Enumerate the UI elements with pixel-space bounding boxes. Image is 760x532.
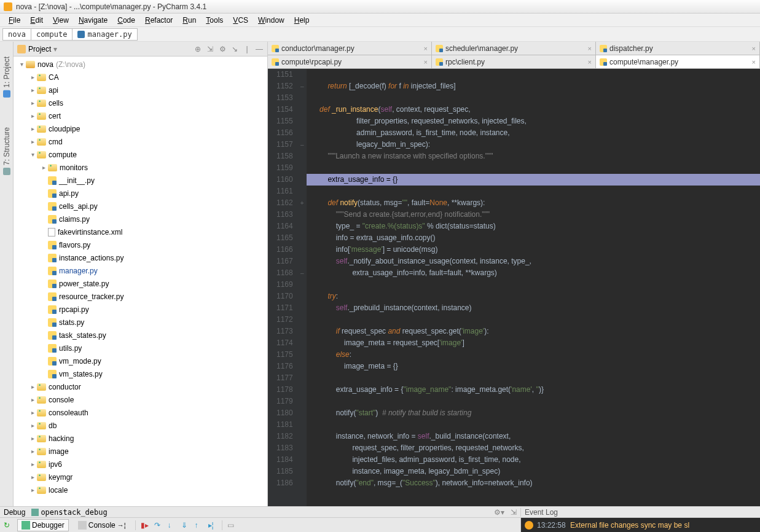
close-icon[interactable]: × bbox=[752, 45, 756, 52]
event-log-label[interactable]: Event Log bbox=[520, 508, 760, 517]
tree-item[interactable]: cells_api.py bbox=[14, 200, 267, 213]
tree-item[interactable]: ▸consoleauth bbox=[14, 406, 267, 419]
tree-item[interactable]: fakevirtinstance.xml bbox=[14, 225, 267, 238]
editor-tab[interactable]: dispatcher.py× bbox=[596, 42, 760, 55]
menu-run[interactable]: Run bbox=[179, 15, 200, 26]
tree-item-label: claims.py bbox=[59, 215, 90, 224]
run-to-cursor-icon[interactable]: ▸¦ bbox=[208, 521, 217, 530]
debug-tool-label[interactable]: Debug bbox=[4, 508, 25, 517]
console-tab[interactable]: Console →¦ bbox=[74, 519, 130, 531]
fold-column[interactable]: ––+– bbox=[298, 69, 307, 506]
menu-view[interactable]: View bbox=[49, 15, 72, 26]
tree-item[interactable]: ▸db bbox=[14, 419, 267, 432]
hide-icon[interactable]: ↘ bbox=[230, 45, 239, 53]
settings-gear-icon[interactable]: ⚙ bbox=[218, 45, 227, 53]
rerun-icon[interactable]: ↻ bbox=[4, 521, 12, 530]
editor-tab[interactable]: rpc\client.py× bbox=[432, 55, 596, 68]
tree-item-label: stats.py bbox=[59, 318, 84, 327]
tree-item[interactable]: ▸image bbox=[14, 445, 267, 458]
editor-tab[interactable]: compute\rpcapi.py× bbox=[268, 55, 432, 68]
python-file-icon bbox=[600, 58, 607, 66]
pin-icon[interactable]: ⇲ bbox=[511, 508, 517, 517]
collapse-all-icon[interactable]: ⇲ bbox=[206, 45, 214, 53]
settings-gear-icon[interactable]: ⚙▾ bbox=[494, 508, 504, 517]
breadcrumb-item[interactable]: compute bbox=[31, 28, 73, 41]
step-over-icon[interactable]: ↷ bbox=[154, 521, 163, 530]
tree-item[interactable]: ▸ipv6 bbox=[14, 458, 267, 471]
close-icon[interactable]: × bbox=[424, 58, 428, 66]
tool-window-bar[interactable]: Debug openstack_debug ⚙▾ ⇲ Event Log bbox=[0, 506, 760, 517]
menu-edit[interactable]: Edit bbox=[26, 15, 47, 26]
project-tool-tab[interactable]: 1: Project bbox=[1, 54, 12, 100]
breadcrumb-item[interactable]: manager.py bbox=[72, 28, 137, 41]
menu-file[interactable]: File bbox=[5, 15, 24, 26]
tree-item[interactable]: vm_states.py bbox=[14, 367, 267, 380]
menu-window[interactable]: Window bbox=[254, 15, 288, 26]
tree-item[interactable]: ▸cmd bbox=[14, 135, 267, 148]
tree-item[interactable]: ▸console bbox=[14, 393, 267, 406]
tree-item-label: resource_tracker.py bbox=[59, 292, 123, 301]
close-icon[interactable]: × bbox=[588, 58, 592, 66]
editor-tab[interactable]: compute\manager.py× bbox=[596, 55, 760, 68]
tree-item-label: vm_mode.py bbox=[59, 357, 101, 366]
tree-item[interactable]: ▸hacking bbox=[14, 432, 267, 445]
force-step-into-icon[interactable]: ⇓ bbox=[181, 521, 190, 530]
python-file-icon bbox=[436, 58, 443, 66]
step-out-icon[interactable]: ↑ bbox=[195, 521, 203, 530]
structure-tool-tab[interactable]: 7: Structure bbox=[1, 125, 12, 178]
minimize-icon[interactable]: — bbox=[255, 45, 264, 53]
editor-tabs-row-2[interactable]: compute\rpcapi.py×rpc\client.py×compute\… bbox=[268, 55, 760, 69]
tree-item[interactable]: instance_actions.py bbox=[14, 251, 267, 264]
left-tool-stripe[interactable]: 1: Project 7: Structure bbox=[0, 42, 14, 506]
tree-item[interactable]: ▸cloudpipe bbox=[14, 122, 267, 135]
close-icon[interactable]: × bbox=[424, 45, 428, 52]
tree-item[interactable]: ▸api bbox=[14, 84, 267, 96]
tree-item[interactable]: ▸keymgr bbox=[14, 471, 267, 483]
menu-vcs[interactable]: VCS bbox=[229, 15, 252, 26]
tree-item[interactable]: __init__.py bbox=[14, 174, 267, 187]
tree-item[interactable]: ▸locale bbox=[14, 483, 267, 496]
tree-item[interactable]: ▸conductor bbox=[14, 380, 267, 393]
tree-item[interactable]: resource_tracker.py bbox=[14, 290, 267, 303]
menu-code[interactable]: Code bbox=[114, 15, 139, 26]
editor-tab[interactable]: conductor\manager.py× bbox=[268, 42, 432, 55]
menu-help[interactable]: Help bbox=[291, 15, 313, 26]
tree-item[interactable]: ▾compute bbox=[14, 148, 267, 161]
tree-item[interactable]: flavors.py bbox=[14, 238, 267, 251]
tree-item[interactable]: rpcapi.py bbox=[14, 303, 267, 316]
tree-item[interactable]: ▸monitors bbox=[14, 161, 267, 174]
tree-item[interactable]: ▾nova(Z:\nova) bbox=[14, 58, 267, 71]
python-file-icon bbox=[272, 58, 279, 66]
editor-tabs-row-1[interactable]: conductor\manager.py×scheduler\manager.p… bbox=[268, 42, 760, 55]
menu-refactor[interactable]: Refactor bbox=[141, 15, 176, 26]
code-area[interactable]: return [_decode(f) for f in injected_fil… bbox=[307, 69, 760, 506]
menu-navigate[interactable]: Navigate bbox=[75, 15, 111, 26]
close-icon[interactable]: × bbox=[588, 45, 592, 52]
debugger-tab[interactable]: Debugger bbox=[17, 519, 69, 531]
tree-item[interactable]: api.py bbox=[14, 187, 267, 200]
tree-item[interactable]: task_states.py bbox=[14, 329, 267, 342]
run-config-name[interactable]: openstack_debug bbox=[41, 508, 107, 517]
tree-item[interactable]: power_state.py bbox=[14, 277, 267, 290]
tree-item[interactable]: ▸CA bbox=[14, 71, 267, 84]
python-file-icon bbox=[48, 189, 57, 198]
tree-item[interactable]: stats.py bbox=[14, 316, 267, 329]
step-into-icon[interactable]: ↓ bbox=[168, 521, 176, 530]
debugger-toolbar[interactable]: ↻ Debugger Console →¦ ▮▸ ↷ ↓ ⇓ ↑ ▸¦ ▭ 13… bbox=[0, 517, 760, 532]
editor-tab[interactable]: scheduler\manager.py× bbox=[432, 42, 596, 55]
scroll-from-source-icon[interactable]: ⊕ bbox=[194, 45, 202, 53]
tree-item[interactable]: utils.py bbox=[14, 342, 267, 354]
resume-icon[interactable]: ▮▸ bbox=[141, 521, 149, 530]
tree-item[interactable]: ▸cert bbox=[14, 109, 267, 122]
code-editor[interactable]: 1151115211531154115511561157115811591160… bbox=[268, 69, 760, 506]
menu-tools[interactable]: Tools bbox=[202, 15, 227, 26]
breadcrumb-item[interactable]: nova bbox=[2, 28, 31, 41]
tree-item[interactable]: claims.py bbox=[14, 213, 267, 225]
tree-item[interactable]: manager.py bbox=[14, 264, 267, 277]
evaluate-icon[interactable]: ▭ bbox=[227, 521, 236, 530]
project-tree[interactable]: ▾nova(Z:\nova)▸CA▸api▸cells▸cert▸cloudpi… bbox=[14, 57, 267, 506]
tree-item[interactable]: ▸cells bbox=[14, 96, 267, 109]
menu-bar[interactable]: FileEditViewNavigateCodeRefactorRunTools… bbox=[0, 14, 760, 27]
tree-item[interactable]: vm_mode.py bbox=[14, 354, 267, 367]
close-icon[interactable]: × bbox=[752, 58, 756, 66]
